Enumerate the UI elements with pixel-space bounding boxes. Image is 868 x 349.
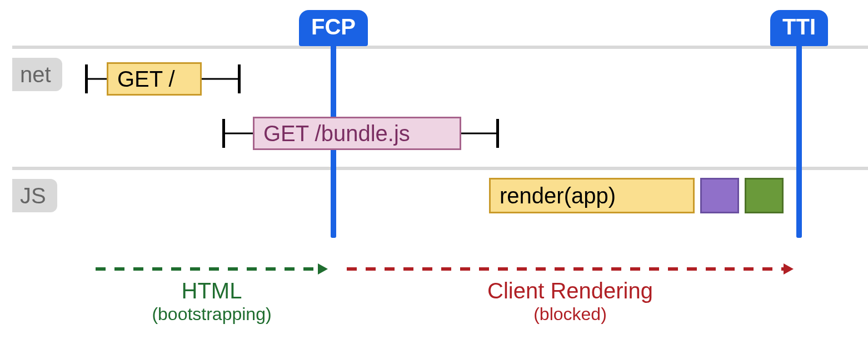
phase-arrow-client-render-phase	[347, 262, 794, 276]
net-request-get-root: GET /	[0, 62, 868, 96]
phase-label-html-phase: HTML(bootstrapping)	[96, 278, 328, 325]
task-label: render(app)	[500, 183, 616, 208]
milestone-label: TTI	[770, 10, 828, 46]
phase-title: Client Rendering	[347, 278, 794, 304]
js-task-task-green	[745, 178, 784, 213]
request-label: GET /bundle.js	[253, 117, 461, 150]
js-task-render-app: render(app)	[489, 178, 695, 213]
request-label: GET /	[107, 62, 202, 96]
phase-subtitle: (bootstrapping)	[96, 304, 328, 325]
phase-subtitle: (blocked)	[347, 304, 794, 325]
net-request-get-bundle: GET /bundle.js	[0, 117, 868, 150]
lane-divider-js	[12, 167, 868, 170]
rendering-timeline-diagram: net JS FCP TTI GET /GET /bundle.js rende…	[0, 0, 868, 349]
lane-label-text: JS	[20, 183, 46, 208]
js-task-task-purple	[700, 178, 739, 213]
phase-arrow-html-phase	[96, 262, 328, 276]
phase-label-client-render-phase: Client Rendering(blocked)	[347, 278, 794, 325]
lane-divider-net	[12, 46, 868, 49]
milestone-label: FCP	[299, 10, 368, 46]
phase-title: HTML	[96, 278, 328, 304]
lane-label-js: JS	[12, 179, 57, 212]
